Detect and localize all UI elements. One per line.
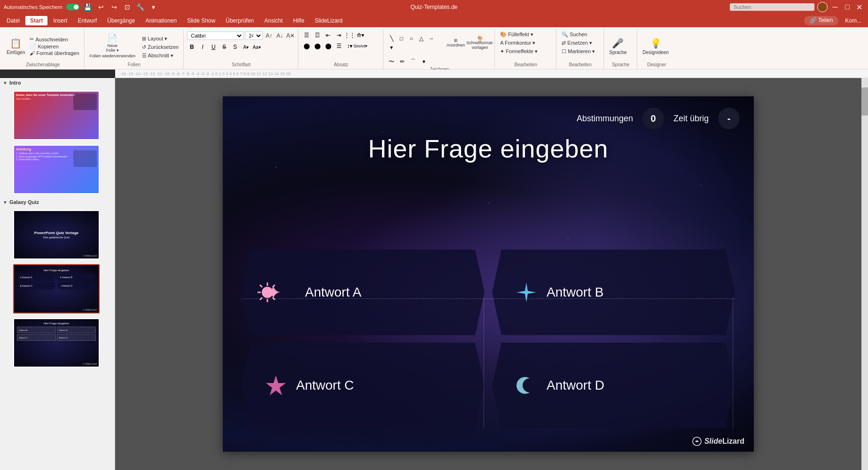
font-size-text-button[interactable]: Aa▾ [252, 43, 261, 51]
reuse-slides-button[interactable]: Folien wiederverwenden [88, 53, 138, 59]
increase-font-button[interactable]: A↑ [264, 31, 274, 40]
font-contour-button[interactable]: A Formkontur ▾ [498, 39, 540, 47]
close-button[interactable]: ✕ [855, 2, 864, 12]
slide-2-wrapper: 2 Anleitung 1. Lieblings quiz in der Lis… [0, 143, 115, 196]
slide-canvas[interactable]: Abstimmungen 0 Zeit übrig - Hier Frage e… [223, 96, 754, 452]
layout-dropdown[interactable]: ⊞ Layout ▾ [140, 35, 180, 42]
new-slide-button[interactable]: 📄 Neue Folie ▾ [104, 33, 121, 52]
slide-1-thumbnail: Danke, dass Sie unser Template verwenden… [14, 92, 99, 139]
menu-animationen[interactable]: Animationen [141, 16, 181, 25]
customize-button[interactable]: 🔧 [136, 2, 145, 12]
paste-button[interactable]: 📋 Einfügen [5, 33, 27, 59]
menu-slideshow[interactable]: Slide Show [182, 16, 220, 25]
minimize-button[interactable]: ─ [830, 2, 840, 12]
select-button[interactable]: ☐ Markieren ▾ [560, 48, 597, 55]
arrange-button[interactable]: ⊞ Anordnen [445, 31, 467, 55]
more-shapes-button[interactable]: ▾ [387, 43, 396, 52]
menu-ansicht[interactable]: Ansicht [259, 16, 287, 25]
search-input[interactable] [730, 3, 814, 11]
menu-start[interactable]: Start [25, 16, 47, 25]
replace-button[interactable]: ⇄ Ersetzen ▾ [560, 39, 597, 47]
justify-button[interactable]: ☰ [334, 42, 344, 50]
section-button[interactable]: ☰ Abschnitt ▾ [140, 52, 180, 59]
line-button[interactable]: ╲ [387, 34, 396, 43]
find-button[interactable]: 🔍 Suchen [560, 31, 597, 38]
oval-button[interactable]: ○ [407, 34, 416, 43]
menu-ueberpruefen[interactable]: Überprüfen [221, 16, 258, 25]
svg-line-5 [260, 285, 262, 287]
layout-button[interactable]: ⊡ [123, 2, 132, 12]
underline-button[interactable]: U [209, 43, 218, 51]
galaxy-section-header[interactable]: ▼ Galaxy Quiz [0, 197, 115, 207]
italic-button[interactable]: I [198, 43, 207, 51]
fill-effect-button[interactable]: 🎨 Fülleffekt ▾ [498, 31, 540, 38]
profile-avatar[interactable] [817, 2, 828, 12]
menu-insert[interactable]: Insert [48, 16, 72, 25]
comments-button[interactable]: Kom... [840, 16, 866, 25]
columns-button[interactable]: ⋮⋮ [345, 31, 354, 39]
svg-line-6 [273, 298, 275, 300]
menu-datei[interactable]: Datei [2, 16, 24, 25]
curve-button[interactable]: 〜 [387, 57, 396, 66]
decrease-indent-button[interactable]: ⇤ [323, 31, 333, 39]
slide-1-thumb[interactable]: Danke, dass Sie unser Template verwenden… [13, 91, 100, 140]
bullet-list-button[interactable]: ☰ [302, 31, 311, 39]
slide-3-thumb[interactable]: PowerPoint Quiz Vorlage Das galaktische … [13, 210, 100, 259]
decrease-font-button[interactable]: A↓ [275, 31, 284, 40]
text-direction-button[interactable]: ⟰▾ [356, 31, 365, 39]
numbered-list-button[interactable]: ☲ [313, 31, 322, 39]
dictate-button[interactable]: 🎤 Sprache [607, 33, 628, 59]
font-family-select[interactable]: Calibri [187, 31, 243, 40]
smartart-button[interactable]: SmArt▾ [356, 42, 365, 50]
format-copy-button[interactable]: 🖌 Format übertragen [28, 50, 81, 56]
answer-c[interactable]: Antwort C [242, 343, 485, 428]
answer-d[interactable]: Antwort D [492, 343, 735, 428]
slide-question[interactable]: Hier Frage eingeben [223, 134, 754, 163]
answer-a[interactable]: ✦ Antwort A [242, 250, 485, 335]
align-right-button[interactable]: ⬤ [323, 42, 333, 50]
clear-format-button[interactable]: A✕ [286, 31, 295, 40]
save-button[interactable]: 💾 [83, 2, 93, 12]
intro-section-header[interactable]: ▼ Intro [0, 78, 115, 87]
font-label: Schriftart [187, 62, 295, 68]
align-center-button[interactable]: ⬤ [313, 42, 322, 50]
menu-entwurf[interactable]: Entwurf [73, 16, 102, 25]
autosave-toggle[interactable] [66, 4, 79, 10]
quick-styles-button[interactable]: 🎨 Schnellformat-vorlagen [468, 31, 492, 55]
text-align-button[interactable]: ↕▾ [345, 42, 354, 50]
slide-2-thumb[interactable]: Anleitung 1. Lieblings quiz in der Liste… [13, 145, 100, 194]
connector-button[interactable]: ⌒ [408, 57, 418, 66]
font-size-select[interactable]: 24 [245, 31, 263, 40]
freeform-button[interactable]: ✏ [398, 57, 407, 66]
bold-button[interactable]: B [187, 43, 196, 51]
share-button[interactable]: 🔗 Teilen [804, 16, 838, 25]
increase-indent-button[interactable]: ⇥ [334, 31, 344, 39]
menu-hilfe[interactable]: Hilfe [289, 16, 309, 25]
cut-button[interactable]: ✂ Ausschneiden [28, 36, 81, 43]
menu-uebergaenge[interactable]: Übergänge [102, 16, 140, 25]
font-color-button[interactable]: A▾ [241, 43, 250, 51]
shadow-button[interactable]: S [230, 43, 240, 51]
dropdown-button[interactable]: ▾ [149, 2, 158, 12]
strikethrough-button[interactable]: S [219, 43, 229, 51]
restore-button[interactable]: □ [843, 2, 852, 12]
edit-group: 🎨 Fülleffekt ▾ A Formkontur ▾ ✦ Formeffe… [495, 29, 556, 69]
undo-button[interactable]: ↩ [96, 2, 106, 12]
arrow-button[interactable]: → [426, 34, 436, 43]
form-effect-button[interactable]: ✦ Formeffekte ▾ [498, 48, 540, 55]
logo-text: SlideLizard [704, 437, 744, 446]
menu-slidelizard[interactable]: SlideLizard [310, 16, 347, 25]
copy-button[interactable]: 📄 Kopieren [28, 43, 81, 50]
slide-5-thumb[interactable]: Hier Frage eingeben Antwort A Antwort B … [13, 318, 100, 368]
vertical-scrollbar[interactable] [861, 78, 868, 470]
align-left-button[interactable]: ⬤ [302, 42, 311, 50]
answer-b[interactable]: Antwort B [492, 250, 735, 335]
reset-button[interactable]: ↺ Zurücksetzen [140, 44, 180, 51]
redo-button[interactable]: ↪ [109, 2, 119, 12]
more-button[interactable]: ▾ [419, 57, 429, 66]
slide-4-thumb[interactable]: Hier Frage eingeben ☀ Antwort A ✦ Antwor… [13, 264, 100, 313]
slide-3-thumbnail: PowerPoint Quiz Vorlage Das galaktische … [14, 211, 99, 258]
triangle-button[interactable]: △ [416, 34, 426, 43]
design-ideas-button[interactable]: 💡 Designideen [641, 33, 671, 59]
rect-button[interactable]: □ [397, 34, 406, 43]
